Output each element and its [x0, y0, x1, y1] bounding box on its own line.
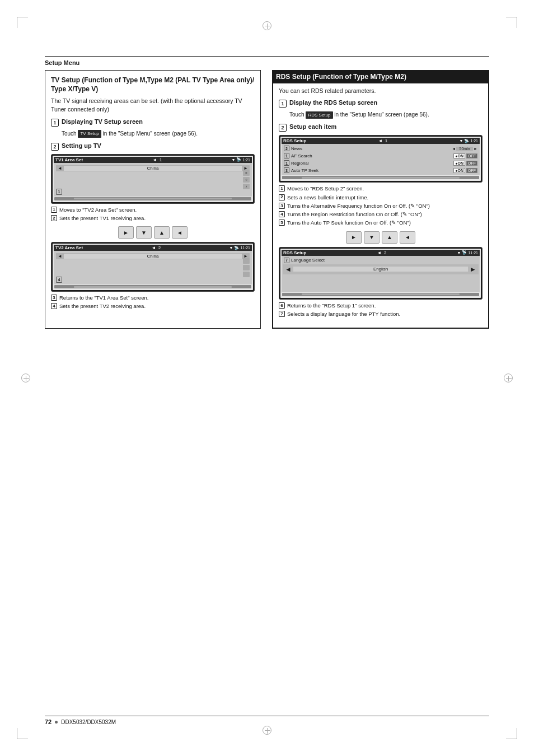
rds2-lang-num: 7 — [284, 258, 289, 263]
rds1-ann-item-5: 5 Turns the Auto TP Seek function On or … — [279, 219, 483, 226]
right-column: RDS Setup (Function of Type M/Type M2) Y… — [272, 70, 489, 329]
tv1-screen-inner: TV1 Area Set ◄ 1 ▼ 📡 1:21 ◄ China — [53, 156, 253, 202]
tv2-ann-4: 4 — [56, 277, 62, 283]
rds1-regional-toggle: ●ON OFF — [453, 161, 477, 166]
rds1-screen-icons: ▼ 📡 1:21 — [459, 139, 478, 143]
tv2-side-icon-3 — [243, 272, 250, 277]
right-rds-setup-btn: RDS Setup — [306, 111, 332, 119]
right-step2-label: Setup each item — [289, 123, 336, 130]
tv2-side-icon-1 — [243, 258, 250, 264]
rds1-screen-title: RDS Setup — [283, 138, 306, 143]
page-footer: 72 DDX5032/DDX5032M — [45, 716, 489, 725]
tv1-arrow-left: ◄ — [58, 166, 62, 171]
rds1-tp-off: OFF — [466, 168, 477, 173]
rds1-regional-num: 1 — [284, 160, 289, 166]
tv1-time: 1:21 — [242, 158, 250, 162]
rds2-page-indicator: ◄ 2 — [377, 250, 387, 255]
tv2-screen-header: TV2 Area Set ◄ 2 ▼ 📡 11:21 — [54, 245, 252, 251]
right-step1-label: Display the RDS Setup screen — [289, 99, 377, 106]
rds1-af-toggle: ●ON OFF — [453, 153, 477, 158]
tv2-device-screen: TV2 Area Set ◄ 2 ▼ 📡 11:21 ◄ Chin — [51, 242, 255, 292]
right-step1-number: 1 — [279, 100, 287, 108]
rds1-tp-label: Auto TP Seek — [291, 168, 453, 173]
tv1-ann-1: 1 — [56, 189, 62, 195]
tv1-select-row: ◄ China ► — [56, 165, 250, 171]
tv1-signal-icon: ▼ — [231, 158, 235, 162]
tv1-ann-item-2: 2 Sets the present TV1 receiving area. — [51, 214, 255, 222]
rds1-footer-bar — [302, 177, 460, 179]
crosshair-bottom — [263, 726, 271, 735]
crosshair-left — [21, 374, 30, 382]
tv2-ann-text-3: Returns to the "TV1 Area Set" screen. — [59, 294, 148, 301]
tv2-area-value: China — [64, 254, 242, 259]
rds1-page-indicator: ◄ 1 — [378, 138, 387, 143]
tv1-screen-title: TV1 Area Set — [55, 157, 83, 162]
left-step2: 2 Setting up TV — [51, 142, 255, 151]
rds1-news-label: News — [291, 146, 452, 151]
left-step1-label: Displaying TV Setup screen — [62, 118, 143, 125]
right-step2: 2 Setup each item — [279, 123, 483, 132]
rds1-ann-num-1: 1 — [279, 185, 285, 192]
crosshair-right — [504, 374, 513, 382]
tv2-arrow-left: ◄ — [58, 254, 62, 259]
rds2-screen-header: RDS Setup ◄ 2 ▼ 📡 11:21 — [282, 250, 480, 256]
tv1-ann-num-2: 2 — [51, 215, 57, 221]
corner-mark-bl — [17, 728, 28, 739]
tv2-screen-footer — [54, 285, 251, 288]
rds2-annotation-list: 6 Returns to the "RDS Setup 1" screen. 7… — [279, 302, 483, 318]
rds1-ann-text-3: Turns the Alternative Frequency function… — [287, 202, 430, 209]
rds1-screen-wrapper: RDS Setup ◄ 1 ▼ 📡 1:21 2 — [279, 135, 483, 183]
rds1-regional-label: Regional — [291, 161, 453, 166]
tv2-screen-title: TV2 Area Set — [55, 245, 83, 250]
rds2-screen-inner: RDS Setup ◄ 2 ▼ 📡 11:21 7 — [280, 249, 481, 298]
rds2-lang-right: ► — [470, 265, 476, 273]
rds1-tp-toggle: ●ON OFF — [453, 168, 477, 173]
page-header: Setup Menu — [45, 56, 489, 67]
rds1-tp-on: ●ON — [453, 168, 465, 173]
rds2-screen-title: RDS Setup — [283, 250, 306, 255]
rds2-ann-text-7: Selects a display language for the PTY f… — [287, 310, 400, 318]
rds1-af-num: 1 — [284, 153, 289, 158]
tv2-ann-item-4: 4 Sets the present TV2 receiving area. — [51, 302, 255, 310]
crosshair-top — [263, 21, 271, 30]
tv2-ann-num-4: 4 — [51, 303, 57, 309]
tv1-ann-text-2: Sets the present TV1 receiving area. — [59, 214, 146, 222]
rds1-screen-body: 2 News ◄ 50min ► 1 — [282, 144, 480, 175]
rds1-ann-text-5: Turns the Auto TP Seek function On or Of… — [287, 219, 411, 226]
tv2-antenna-icon: 📡 — [234, 246, 239, 250]
right-nav-btn-play: ► — [346, 231, 362, 244]
rds2-screen-body: 7 Language Select ◄ English ► — [282, 256, 480, 292]
tv2-annotation-list: 3 Returns to the "TV1 Area Set" screen. … — [51, 294, 255, 310]
right-nav-buttons: ► ▼ ▲ ◄ — [279, 231, 483, 244]
left-column: TV Setup (Function of Type M,Type M2 (PA… — [45, 70, 261, 329]
left-nav-buttons: ► ▼ ▲ ◄ — [51, 226, 255, 239]
rds1-row-regional: 1 Regional ●ON OFF — [283, 160, 479, 166]
tv2-screen-icons: ▼ 📡 11:21 — [229, 246, 250, 250]
tv1-side-icon-3: ♪ — [243, 184, 250, 189]
rds1-row-news: 2 News ◄ 50min ► — [283, 145, 479, 152]
tv2-time: 11:21 — [240, 246, 250, 250]
corner-mark-tr — [506, 17, 517, 28]
tv2-body-space — [56, 260, 250, 276]
rds2-time: 11:21 — [468, 251, 478, 255]
rds1-signal-icon: ▼ — [459, 139, 463, 143]
tv1-screen-body: ◄ China ► ≡ ○ ♪ — [54, 163, 252, 197]
page-number: 72 — [45, 718, 51, 725]
two-column-layout: TV Setup (Function of Type M,Type M2 (PA… — [45, 70, 489, 329]
tv1-antenna-icon: 📡 — [236, 157, 241, 162]
rds1-ann-num-3: 3 — [279, 203, 285, 209]
tv1-screen-footer — [54, 197, 251, 200]
tv2-num-row: 4 — [56, 277, 250, 283]
rds1-screen-header: RDS Setup ◄ 1 ▼ 📡 1:21 — [282, 138, 480, 144]
rds2-lang-label: Language Select — [291, 258, 477, 263]
corner-mark-tl — [17, 17, 28, 28]
rds1-row-tp: 3 Auto TP Seek ●ON OFF — [283, 167, 479, 174]
rds1-news-right: ► — [474, 147, 477, 151]
rds1-ann-text-2: Sets a news bulletin interrupt time. — [287, 194, 368, 201]
rds1-ann-text-1: Moves to "RDS Setup 2" screen. — [287, 185, 364, 192]
tv1-footer-bar — [74, 198, 232, 199]
tv2-signal-icon: ▼ — [229, 246, 233, 250]
tv2-select-row: ◄ China ► — [56, 253, 250, 259]
tv1-num-row: 1 — [56, 189, 250, 195]
rds1-antenna-icon: 📡 — [464, 139, 469, 143]
